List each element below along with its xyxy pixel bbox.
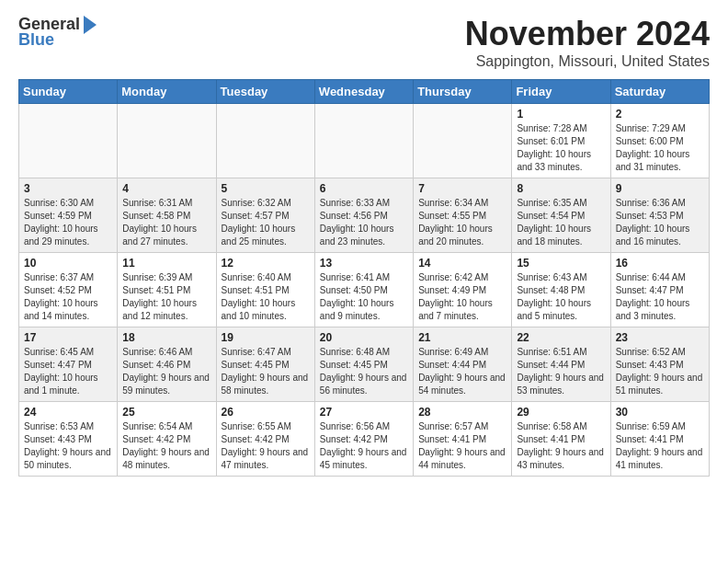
day-info: Sunrise: 6:44 AM Sunset: 4:47 PM Dayligh… <box>616 271 704 323</box>
column-header-monday: Monday <box>118 80 216 104</box>
calendar-cell: 7Sunrise: 6:34 AM Sunset: 4:55 PM Daylig… <box>414 178 512 253</box>
column-header-thursday: Thursday <box>414 80 512 104</box>
calendar-cell: 22Sunrise: 6:51 AM Sunset: 4:44 PM Dayli… <box>512 327 610 402</box>
day-number: 29 <box>517 406 605 419</box>
calendar-week-row: 17Sunrise: 6:45 AM Sunset: 4:47 PM Dayli… <box>19 327 710 402</box>
day-number: 2 <box>616 108 704 121</box>
day-info: Sunrise: 6:52 AM Sunset: 4:43 PM Dayligh… <box>616 346 704 397</box>
calendar-cell: 8Sunrise: 6:35 AM Sunset: 4:54 PM Daylig… <box>512 178 610 253</box>
column-header-wednesday: Wednesday <box>314 80 413 104</box>
day-info: Sunrise: 6:49 AM Sunset: 4:44 PM Dayligh… <box>418 346 506 397</box>
day-number: 8 <box>517 182 605 195</box>
calendar-cell: 11Sunrise: 6:39 AM Sunset: 4:51 PM Dayli… <box>118 253 216 327</box>
day-number: 12 <box>222 257 310 270</box>
day-info: Sunrise: 7:29 AM Sunset: 6:00 PM Dayligh… <box>616 122 704 174</box>
calendar-body: 1Sunrise: 7:28 AM Sunset: 6:01 PM Daylig… <box>19 104 710 477</box>
calendar-cell: 6Sunrise: 6:33 AM Sunset: 4:56 PM Daylig… <box>314 178 413 253</box>
day-info: Sunrise: 6:46 AM Sunset: 4:46 PM Dayligh… <box>122 346 210 397</box>
day-info: Sunrise: 6:43 AM Sunset: 4:48 PM Dayligh… <box>517 271 605 323</box>
day-info: Sunrise: 6:47 AM Sunset: 4:45 PM Dayligh… <box>222 346 310 397</box>
calendar-cell: 27Sunrise: 6:56 AM Sunset: 4:42 PM Dayli… <box>314 402 413 477</box>
day-info: Sunrise: 6:32 AM Sunset: 4:57 PM Dayligh… <box>222 197 310 248</box>
day-info: Sunrise: 6:40 AM Sunset: 4:51 PM Dayligh… <box>222 271 310 323</box>
day-info: Sunrise: 6:41 AM Sunset: 4:50 PM Dayligh… <box>320 271 408 323</box>
calendar-cell <box>216 104 314 178</box>
day-info: Sunrise: 6:56 AM Sunset: 4:42 PM Dayligh… <box>320 420 408 472</box>
day-number: 9 <box>616 182 704 195</box>
calendar-week-row: 3Sunrise: 6:30 AM Sunset: 4:59 PM Daylig… <box>19 178 710 253</box>
calendar-cell <box>118 104 216 178</box>
calendar-cell: 25Sunrise: 6:54 AM Sunset: 4:42 PM Dayli… <box>118 402 216 477</box>
calendar-cell: 5Sunrise: 6:32 AM Sunset: 4:57 PM Daylig… <box>216 178 314 253</box>
day-number: 23 <box>616 331 704 344</box>
day-info: Sunrise: 6:30 AM Sunset: 4:59 PM Dayligh… <box>24 197 112 248</box>
day-info: Sunrise: 6:33 AM Sunset: 4:56 PM Dayligh… <box>320 197 408 248</box>
calendar-week-row: 24Sunrise: 6:53 AM Sunset: 4:43 PM Dayli… <box>19 402 710 477</box>
day-info: Sunrise: 6:54 AM Sunset: 4:42 PM Dayligh… <box>122 420 210 472</box>
day-info: Sunrise: 6:55 AM Sunset: 4:42 PM Dayligh… <box>222 420 310 472</box>
day-info: Sunrise: 6:34 AM Sunset: 4:55 PM Dayligh… <box>418 197 506 248</box>
calendar-cell: 20Sunrise: 6:48 AM Sunset: 4:45 PM Dayli… <box>314 327 413 402</box>
title-block: November 2024 Sappington, Missouri, Unit… <box>465 15 710 70</box>
calendar-week-row: 10Sunrise: 6:37 AM Sunset: 4:52 PM Dayli… <box>19 253 710 327</box>
location-title: Sappington, Missouri, United States <box>465 53 710 70</box>
day-number: 18 <box>122 331 210 344</box>
day-number: 27 <box>320 406 408 419</box>
day-info: Sunrise: 7:28 AM Sunset: 6:01 PM Dayligh… <box>517 122 605 174</box>
day-number: 24 <box>24 406 112 419</box>
calendar-cell: 16Sunrise: 6:44 AM Sunset: 4:47 PM Dayli… <box>610 253 709 327</box>
day-info: Sunrise: 6:31 AM Sunset: 4:58 PM Dayligh… <box>122 197 210 248</box>
calendar-cell: 29Sunrise: 6:58 AM Sunset: 4:41 PM Dayli… <box>512 402 610 477</box>
day-info: Sunrise: 6:53 AM Sunset: 4:43 PM Dayligh… <box>24 420 112 472</box>
day-number: 10 <box>24 257 112 270</box>
calendar-cell: 3Sunrise: 6:30 AM Sunset: 4:59 PM Daylig… <box>19 178 118 253</box>
day-number: 19 <box>222 331 310 344</box>
day-info: Sunrise: 6:37 AM Sunset: 4:52 PM Dayligh… <box>24 271 112 323</box>
page-header: General Blue November 2024 Sappington, M… <box>18 15 710 70</box>
day-info: Sunrise: 6:36 AM Sunset: 4:53 PM Dayligh… <box>616 197 704 248</box>
logo: General Blue <box>18 15 97 50</box>
day-number: 15 <box>517 257 605 270</box>
day-info: Sunrise: 6:58 AM Sunset: 4:41 PM Dayligh… <box>517 420 605 472</box>
day-number: 1 <box>517 108 605 121</box>
calendar-cell: 1Sunrise: 7:28 AM Sunset: 6:01 PM Daylig… <box>512 104 610 178</box>
day-number: 30 <box>616 406 704 419</box>
calendar-cell <box>314 104 413 178</box>
calendar-cell: 14Sunrise: 6:42 AM Sunset: 4:49 PM Dayli… <box>414 253 512 327</box>
day-number: 20 <box>320 331 408 344</box>
calendar-cell: 26Sunrise: 6:55 AM Sunset: 4:42 PM Dayli… <box>216 402 314 477</box>
day-info: Sunrise: 6:42 AM Sunset: 4:49 PM Dayligh… <box>418 271 506 323</box>
day-info: Sunrise: 6:35 AM Sunset: 4:54 PM Dayligh… <box>517 197 605 248</box>
calendar-cell: 17Sunrise: 6:45 AM Sunset: 4:47 PM Dayli… <box>19 327 118 402</box>
day-info: Sunrise: 6:45 AM Sunset: 4:47 PM Dayligh… <box>24 346 112 397</box>
calendar-week-row: 1Sunrise: 7:28 AM Sunset: 6:01 PM Daylig… <box>19 104 710 178</box>
day-number: 28 <box>418 406 506 419</box>
logo-blue: Blue <box>18 30 54 50</box>
calendar-cell <box>19 104 118 178</box>
day-number: 3 <box>24 182 112 195</box>
day-number: 6 <box>320 182 408 195</box>
day-number: 7 <box>418 182 506 195</box>
calendar-cell: 23Sunrise: 6:52 AM Sunset: 4:43 PM Dayli… <box>610 327 709 402</box>
day-info: Sunrise: 6:48 AM Sunset: 4:45 PM Dayligh… <box>320 346 408 397</box>
day-number: 26 <box>222 406 310 419</box>
calendar-cell: 24Sunrise: 6:53 AM Sunset: 4:43 PM Dayli… <box>19 402 118 477</box>
calendar-cell: 13Sunrise: 6:41 AM Sunset: 4:50 PM Dayli… <box>314 253 413 327</box>
calendar-cell: 2Sunrise: 7:29 AM Sunset: 6:00 PM Daylig… <box>610 104 709 178</box>
column-header-saturday: Saturday <box>610 80 709 104</box>
logo-arrow-icon <box>84 16 97 34</box>
day-info: Sunrise: 6:57 AM Sunset: 4:41 PM Dayligh… <box>418 420 506 472</box>
calendar-cell: 15Sunrise: 6:43 AM Sunset: 4:48 PM Dayli… <box>512 253 610 327</box>
day-number: 11 <box>122 257 210 270</box>
day-number: 14 <box>418 257 506 270</box>
calendar-cell: 28Sunrise: 6:57 AM Sunset: 4:41 PM Dayli… <box>414 402 512 477</box>
calendar-cell: 9Sunrise: 6:36 AM Sunset: 4:53 PM Daylig… <box>610 178 709 253</box>
day-number: 16 <box>616 257 704 270</box>
calendar-cell: 4Sunrise: 6:31 AM Sunset: 4:58 PM Daylig… <box>118 178 216 253</box>
calendar-cell: 30Sunrise: 6:59 AM Sunset: 4:41 PM Dayli… <box>610 402 709 477</box>
calendar-cell: 18Sunrise: 6:46 AM Sunset: 4:46 PM Dayli… <box>118 327 216 402</box>
calendar-cell: 10Sunrise: 6:37 AM Sunset: 4:52 PM Dayli… <box>19 253 118 327</box>
day-number: 21 <box>418 331 506 344</box>
day-number: 13 <box>320 257 408 270</box>
day-info: Sunrise: 6:51 AM Sunset: 4:44 PM Dayligh… <box>517 346 605 397</box>
